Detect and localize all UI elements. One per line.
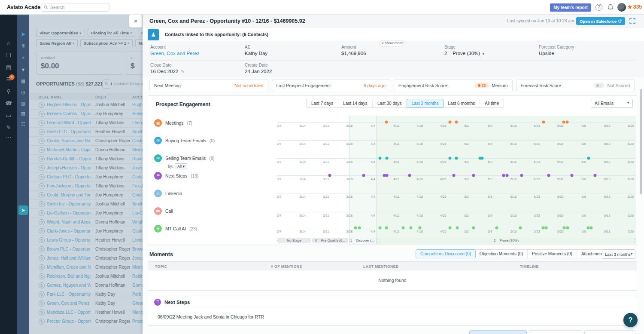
engagement-event-dot[interactable] <box>520 174 523 177</box>
active-send-tool-icon[interactable]: ➤ <box>18 205 28 215</box>
engagement-event-dot[interactable] <box>519 227 522 230</box>
engagement-event-dot[interactable] <box>449 157 452 160</box>
global-search[interactable] <box>41 3 109 12</box>
engagement-event-dot[interactable] <box>385 121 388 124</box>
moments-period-select[interactable]: Last 3 months ▾ <box>602 249 635 259</box>
edit-pencil-icon[interactable]: ✎ <box>181 69 184 74</box>
reports-icon[interactable]: ▥ <box>17 101 29 106</box>
calendar-icon[interactable]: ▧ <box>17 111 29 116</box>
engagement-event-dot[interactable] <box>505 174 508 177</box>
people-icon[interactable]: ☷ <box>17 121 29 127</box>
engagement-event-dot[interactable] <box>385 174 388 177</box>
moments-tab-1[interactable]: Objection Moments (0) <box>475 250 528 258</box>
time-tab-4[interactable]: Last 6 months <box>443 99 480 107</box>
engagement-event-dot[interactable] <box>402 227 405 230</box>
engagement-event-dot[interactable] <box>542 227 545 230</box>
moments-tab-2[interactable]: Positive Moments (0) <box>528 250 577 258</box>
email-filter-select[interactable]: All Emails ▾ <box>591 99 633 108</box>
tasks-icon[interactable]: ☰ <box>0 76 17 83</box>
coins-counter[interactable]: 835 <box>627 4 642 10</box>
filter-icon[interactable]: ▼ <box>17 67 29 72</box>
engagement-event-dot[interactable] <box>472 227 475 230</box>
moments-tab-0[interactable]: Competitors Discussed (0) <box>416 249 476 258</box>
engagement-event-dot[interactable] <box>449 227 452 230</box>
more-icon[interactable]: ⋯ <box>0 134 17 141</box>
phone-icon[interactable]: ☎ <box>0 100 17 107</box>
engagement-event-dot[interactable] <box>385 157 388 160</box>
user-avatar[interactable] <box>617 3 626 12</box>
engagement-event-dot[interactable] <box>566 227 569 230</box>
close-icon[interactable]: × <box>129 15 142 28</box>
engagement-event-dot[interactable] <box>545 227 548 230</box>
prospector-icon[interactable]: ⌖ <box>17 55 29 61</box>
history-icon[interactable]: ◷ <box>17 89 29 95</box>
notifications-bell-icon[interactable] <box>607 4 614 11</box>
axis-tick-label: 6/6 <box>582 177 586 181</box>
ai-call-icon: ✳ <box>154 225 162 233</box>
my-team-report-button[interactable]: My team's report <box>550 3 591 12</box>
engagement-event-dot[interactable] <box>586 227 589 230</box>
time-tab-2[interactable]: Last 30 days <box>373 99 407 107</box>
home-icon[interactable]: ⌂ <box>0 40 17 46</box>
time-tab-3[interactable]: Last 3 months <box>407 99 444 108</box>
engagement-event-dot[interactable] <box>565 121 568 124</box>
engagement-event-dot[interactable] <box>354 227 357 230</box>
engagement-event-dot[interactable] <box>542 121 545 124</box>
next-step-item[interactable]: 06/09/22 Meeting Jack and Sonia in Chica… <box>158 314 264 319</box>
engagement-event-dot[interactable] <box>562 121 565 124</box>
fields-divider <box>149 60 635 61</box>
engagement-event-dot[interactable] <box>571 174 574 177</box>
engagement-event-dot[interactable] <box>495 227 498 230</box>
engagement-event-dot[interactable] <box>379 157 382 160</box>
engagement-event-dot[interactable] <box>328 174 331 177</box>
time-tab-5[interactable]: All time <box>480 99 504 107</box>
engagement-event-dot[interactable] <box>362 174 365 177</box>
time-tab-1[interactable]: Last 14 days <box>338 99 373 107</box>
search-input[interactable] <box>50 5 102 10</box>
engagement-event-dot[interactable] <box>418 227 421 230</box>
contacts-banner-text[interactable]: Contacts linked to this opportunity: (6 … <box>165 32 268 37</box>
company-icon[interactable]: ▦ <box>17 78 29 84</box>
field-value[interactable]: Green, Cox and Perez <box>150 51 199 56</box>
compose-icon[interactable]: ✎ <box>0 124 17 131</box>
axis-tick-label: 6/13 <box>604 142 611 146</box>
expand-fullscreen-icon[interactable] <box>629 18 635 24</box>
engagement-event-dot[interactable] <box>563 227 566 230</box>
sequences-logo-icon[interactable]: ➤ <box>17 31 29 37</box>
engagement-event-dot[interactable] <box>587 157 590 160</box>
bottom-tab-0[interactable] <box>469 330 527 334</box>
open-in-salesforce-button[interactable]: Open in Salesforce <box>576 17 625 25</box>
engagement-event-dot[interactable] <box>547 174 550 177</box>
notebook-icon[interactable]: ▭ <box>0 112 17 119</box>
engagement-event-dot[interactable] <box>472 174 475 177</box>
engagement-event-dot[interactable] <box>410 227 413 230</box>
bottom-tab-1[interactable] <box>529 330 582 334</box>
engagement-event-dot[interactable] <box>455 157 458 160</box>
engagement-event-dot[interactable] <box>456 227 459 230</box>
engagement-event-dot[interactable] <box>481 157 484 160</box>
engagement-event-dot[interactable] <box>590 227 593 230</box>
document-icon[interactable]: ▤ <box>0 64 17 70</box>
bottom-tab-2[interactable] <box>584 330 635 334</box>
engagement-event-dot[interactable] <box>502 174 505 177</box>
help-icon[interactable]: ? <box>595 4 602 11</box>
engagement-event-dot[interactable] <box>455 121 458 124</box>
engagement-event-dot[interactable] <box>594 174 597 177</box>
show-more-button[interactable]: ∨ show more <box>380 40 404 46</box>
axis-tick-label: 5/2 <box>465 230 469 233</box>
engagement-event-dot[interactable] <box>408 174 411 177</box>
by-filter-select[interactable]: All ▾ <box>175 163 187 169</box>
engagement-event-dot[interactable] <box>358 227 361 230</box>
engagement-event-dot[interactable] <box>453 174 456 177</box>
deals-icon[interactable]: $ <box>17 43 29 48</box>
scrollbar-thumb[interactable] <box>640 89 642 194</box>
engagement-event-dot[interactable] <box>385 227 388 230</box>
mic-icon[interactable]: ⚲ <box>0 88 17 95</box>
engagement-event-dot[interactable] <box>379 227 382 230</box>
help-fab-button[interactable]: ? <box>623 313 638 327</box>
folder-icon[interactable]: ❒ <box>0 52 17 58</box>
next-steps-title: Next Steps <box>164 300 190 305</box>
chevron-down-icon[interactable]: ▾ <box>483 52 484 56</box>
engagement-event-dot[interactable] <box>449 121 452 124</box>
time-tab-0[interactable]: Last 7 days <box>307 99 338 107</box>
